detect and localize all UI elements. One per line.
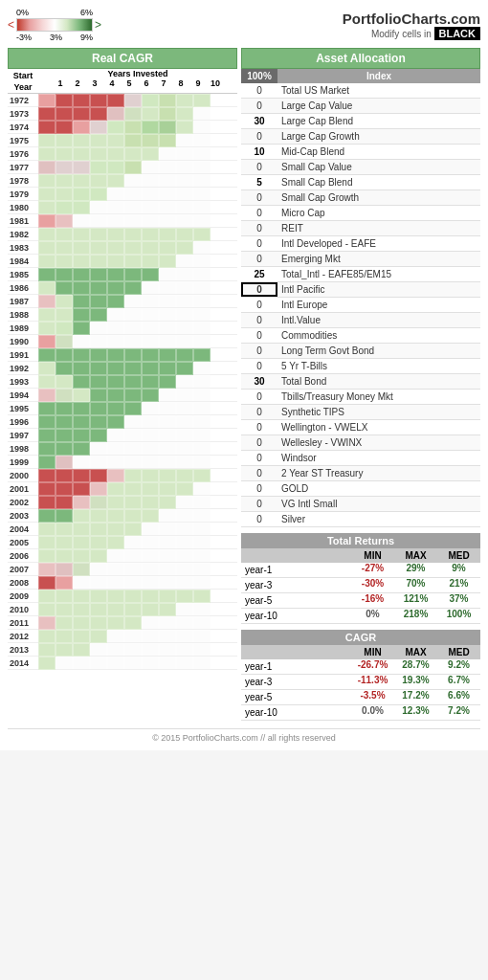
tr-row-label: year-3 xyxy=(241,578,351,592)
cs-row-max: 12.3% xyxy=(394,705,437,720)
alloc-value: 0 xyxy=(241,361,277,371)
cagr-cell xyxy=(142,268,159,281)
cagr-cell xyxy=(159,134,176,147)
cagr-cell xyxy=(107,134,124,147)
cagr-cells xyxy=(38,590,211,603)
cagr-cell xyxy=(55,402,73,415)
cagr-cell xyxy=(193,214,211,228)
cagr-cell xyxy=(73,442,90,456)
cagr-cell xyxy=(90,281,107,295)
cagr-cell xyxy=(193,563,211,576)
cagr-cell xyxy=(90,402,107,415)
cagr-cell xyxy=(38,94,55,107)
cagr-cell xyxy=(38,536,55,549)
cagr-cell xyxy=(55,643,73,657)
cagr-cell xyxy=(38,482,55,496)
cagr-cell xyxy=(124,482,142,496)
cagr-cell xyxy=(90,509,107,523)
cagr-cell xyxy=(159,536,176,549)
cs-row-label: year-10 xyxy=(241,705,351,720)
cagr-cell xyxy=(90,147,107,161)
cagr-cell xyxy=(73,188,90,201)
cagr-row: 1994 xyxy=(8,389,237,402)
cagr-cell xyxy=(176,268,193,281)
cagr-year-label: 1986 xyxy=(8,283,38,293)
cagr-cell xyxy=(73,402,90,415)
cagr-cell xyxy=(124,442,142,456)
cagr-year-label: 2013 xyxy=(8,645,38,655)
cagr-row: 2007 xyxy=(8,563,237,576)
cagr-cells xyxy=(38,603,211,616)
cagr-cell xyxy=(73,134,90,147)
cagr-row: 2004 xyxy=(8,523,237,536)
alloc-value: 0 xyxy=(241,468,277,479)
cagr-year-label: 1974 xyxy=(8,122,38,132)
cagr-cell xyxy=(73,509,90,523)
cagr-cell xyxy=(176,456,193,469)
cagr-cell xyxy=(142,469,159,482)
cagr-cell xyxy=(38,201,55,214)
legend-3-label: 3% xyxy=(50,33,62,42)
cagr-cell xyxy=(73,469,90,482)
cagr-row: 1983 xyxy=(8,241,237,255)
asset-row: 0Wellington - VWELX xyxy=(241,420,480,435)
cagr-cell xyxy=(55,482,73,496)
tr-row-max: 70% xyxy=(394,578,437,592)
cagr-cell xyxy=(124,429,142,442)
cagr-cell xyxy=(73,536,90,549)
cagr-cell xyxy=(124,214,142,228)
cagr-cell xyxy=(159,616,176,630)
cagr-year-label: 1973 xyxy=(8,109,38,119)
cs-row-max: 17.2% xyxy=(394,690,437,704)
cagr-cell xyxy=(38,456,55,469)
cagr-cell xyxy=(176,362,193,375)
cagr-cell xyxy=(159,241,176,255)
cagr-cell xyxy=(73,657,90,670)
cagr-cells xyxy=(38,308,211,322)
cagr-cell xyxy=(107,214,124,228)
cagr-cell xyxy=(55,228,73,241)
cagr-cell xyxy=(142,134,159,147)
cagr-cell xyxy=(193,255,211,268)
index-name: Intl.Value xyxy=(277,315,480,325)
cagr-cell xyxy=(176,255,193,268)
legend-labels-bot: -3% 3% 9% xyxy=(16,33,93,42)
cagr-cell xyxy=(73,107,90,121)
cagr-cell xyxy=(124,228,142,241)
asset-row: 0Emerging Mkt xyxy=(241,252,480,267)
cagr-cell xyxy=(142,228,159,241)
cagr-cell xyxy=(176,429,193,442)
cagr-cell xyxy=(73,295,90,308)
cagr-cell xyxy=(38,509,55,523)
cagr-cell xyxy=(176,228,193,241)
cagr-cell xyxy=(55,295,73,308)
cagr-cells xyxy=(38,509,211,523)
cagr-cell xyxy=(142,107,159,121)
cagr-year-label: 1972 xyxy=(8,96,38,105)
cagr-cell xyxy=(90,643,107,657)
alloc-value: 0 xyxy=(241,315,277,325)
cagr-cell xyxy=(90,308,107,322)
cagr-cell xyxy=(38,241,55,255)
cagr-cell xyxy=(55,188,73,201)
tr-med-header: MED xyxy=(437,548,480,563)
cagr-cell xyxy=(107,228,124,241)
cagr-cell xyxy=(124,147,142,161)
cagr-stat-row: year-3-11.3%19.3%6.7% xyxy=(241,675,480,690)
tr-row-max: 218% xyxy=(394,609,437,623)
cagr-cell xyxy=(90,375,107,389)
total-returns-row: year-1-27%29%9% xyxy=(241,563,480,578)
cagr-cell xyxy=(124,523,142,536)
cagr-cell xyxy=(142,523,159,536)
cagr-cell xyxy=(124,590,142,603)
cagr-year-label: 2010 xyxy=(8,605,38,614)
year-numbers: 1 2 3 4 5 6 7 8 9 10 xyxy=(52,78,224,88)
alloc-value: 0 xyxy=(241,282,277,297)
cagr-cell xyxy=(193,295,211,308)
cagr-cell xyxy=(176,415,193,429)
cagr-cell xyxy=(124,161,142,174)
cagr-year-label: 1976 xyxy=(8,149,38,159)
asset-row: 0Synthetic TIPS xyxy=(241,405,480,420)
total-returns-header: Total Returns xyxy=(241,533,480,548)
cagr-cell xyxy=(142,389,159,402)
